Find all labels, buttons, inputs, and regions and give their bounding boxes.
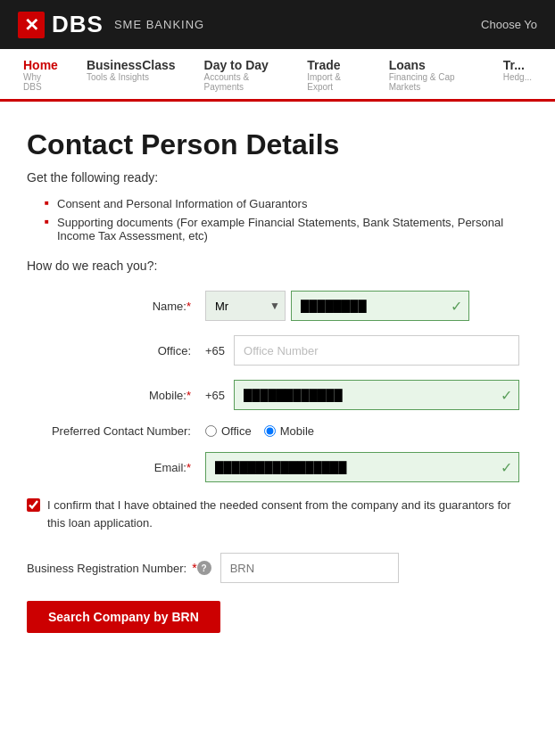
name-check-icon: ✓ (451, 298, 462, 315)
contact-form: Name:* Mr Mrs Ms Dr ▼ ✓ (27, 291, 528, 482)
nav-businessclass-sub: Tools & Insights (87, 72, 149, 82)
brn-label: Business Registration Number: (27, 562, 186, 575)
search-btn-row: Search Company by BRN (27, 601, 528, 633)
consent-text: I confirm that I have obtained the neede… (47, 497, 528, 531)
preferred-office-option[interactable]: Office (205, 424, 252, 438)
nav-trade-label: Trade (307, 58, 340, 72)
preferred-radio-group: Office Mobile (205, 424, 314, 438)
nav-trade[interactable]: Trade Import & Export (293, 49, 374, 102)
nav-daytoday-label: Day to Day (204, 58, 269, 72)
office-input[interactable] (234, 335, 519, 366)
nav-businessclass[interactable]: BusinessClass Tools & Insights (72, 49, 190, 102)
preferred-row: Preferred Contact Number: Office Mobile (36, 424, 519, 438)
email-input[interactable] (205, 452, 519, 482)
nav-daytoday-sub: Accounts & Payments (204, 72, 279, 92)
preferred-label: Preferred Contact Number: (36, 424, 205, 438)
main-content: Contact Person Details Get the following… (0, 102, 555, 669)
choose-label: Choose Yo (481, 18, 537, 31)
dbs-logo-text: DBS (52, 11, 104, 38)
name-controls: Mr Mrs Ms Dr ▼ ✓ (205, 291, 519, 321)
office-label: Office: (36, 344, 205, 357)
name-input[interactable] (291, 291, 469, 321)
office-controls: +65 (205, 335, 519, 366)
email-row: Email:* ✓ (36, 452, 519, 482)
nav-businessclass-label: BusinessClass (87, 58, 176, 72)
nav-home-label: Home (23, 58, 58, 72)
nav-more[interactable]: Tr... Hedg... (489, 49, 546, 102)
mobile-check-icon: ✓ (501, 387, 512, 404)
name-row: Name:* Mr Mrs Ms Dr ▼ ✓ (36, 291, 519, 321)
preferred-mobile-radio[interactable] (264, 425, 276, 437)
office-prefix: +65 (205, 344, 225, 357)
requirement-2: Supporting documents (For example Financ… (45, 216, 528, 242)
header: ✕ DBS SME BANKING Choose Yo (0, 0, 555, 49)
logo: ✕ DBS SME BANKING (18, 11, 204, 38)
brn-row: Business Registration Number: * ? (27, 553, 528, 583)
nav-loans-sub: Financing & Cap Markets (389, 72, 475, 92)
preferred-office-label: Office (221, 424, 252, 438)
brn-help-icon[interactable]: ? (197, 561, 211, 575)
preferred-mobile-label: Mobile (280, 424, 314, 438)
nav-home[interactable]: Home Why DBS (9, 49, 72, 102)
name-select-wrapper: Mr Mrs Ms Dr ▼ (205, 291, 286, 321)
nav-daytoday[interactable]: Day to Day Accounts & Payments (190, 49, 294, 102)
requirements-list: Consent and Personal Information of Guar… (45, 197, 528, 242)
brn-required-marker: * (192, 561, 196, 575)
mobile-input-wrapper: ✓ (234, 380, 519, 410)
preferred-controls: Office Mobile (205, 424, 519, 438)
consent-checkbox[interactable] (27, 498, 40, 512)
sme-banking-label: SME BANKING (114, 18, 204, 31)
name-input-wrapper: ✓ (291, 291, 469, 321)
nav-more-sub: Hedg... (503, 72, 532, 82)
email-label: Email:* (36, 461, 205, 474)
email-input-wrapper: ✓ (205, 452, 519, 482)
preferred-office-radio[interactable] (205, 425, 217, 437)
mobile-input[interactable] (234, 380, 519, 410)
nav-loans-label: Loans (389, 58, 426, 72)
main-nav: Home Why DBS BusinessClass Tools & Insig… (0, 49, 555, 102)
nav-home-sub: Why DBS (23, 72, 58, 92)
nav-trade-sub: Import & Export (307, 72, 360, 92)
nav-more-label: Tr... (503, 58, 525, 72)
mobile-prefix: +65 (205, 389, 225, 402)
page-title: Contact Person Details (27, 128, 528, 161)
dbs-x-icon: ✕ (18, 12, 45, 38)
office-row: Office: +65 (36, 335, 519, 366)
search-company-button[interactable]: Search Company by BRN (27, 601, 220, 633)
mobile-row: Mobile:* +65 ✓ (36, 380, 519, 410)
mobile-label: Mobile:* (36, 389, 205, 402)
requirement-1: Consent and Personal Information of Guar… (45, 197, 528, 210)
mobile-controls: +65 ✓ (205, 380, 519, 410)
reach-question: How do we reach you?: (27, 259, 528, 273)
brn-input[interactable] (220, 553, 399, 583)
name-title-select[interactable]: Mr Mrs Ms Dr (205, 291, 286, 321)
consent-section: I confirm that I have obtained the neede… (27, 497, 528, 531)
preferred-mobile-option[interactable]: Mobile (264, 424, 314, 438)
email-check-icon: ✓ (501, 459, 512, 476)
email-controls: ✓ (205, 452, 519, 482)
subtitle: Get the following ready: (27, 170, 528, 185)
nav-loans[interactable]: Loans Financing & Cap Markets (375, 49, 489, 102)
name-label: Name:* (36, 300, 205, 313)
